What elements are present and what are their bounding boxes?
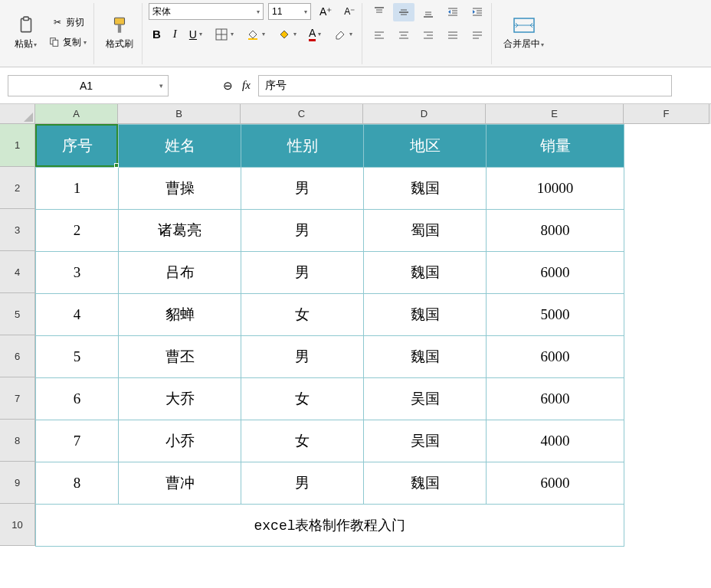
header-name[interactable]: 姓名 bbox=[119, 125, 241, 168]
cell[interactable]: 4 bbox=[36, 294, 119, 336]
cells-area[interactable]: 序号 姓名 性别 地区 销量 1曹操男魏国10000 2诸葛亮男蜀国8000 3… bbox=[35, 124, 624, 547]
cell[interactable]: 男 bbox=[241, 210, 364, 252]
borders-button[interactable]: ▾ bbox=[211, 25, 238, 44]
cell[interactable]: 男 bbox=[241, 336, 364, 378]
cell[interactable]: 曹操 bbox=[119, 168, 241, 210]
cell[interactable]: 6 bbox=[36, 378, 119, 420]
cell[interactable]: 诸葛亮 bbox=[119, 210, 241, 252]
row-header-4[interactable]: 4 bbox=[0, 251, 35, 293]
copy-button[interactable]: 复制▾ bbox=[44, 33, 90, 51]
align-bottom-button[interactable] bbox=[418, 3, 439, 21]
distribute-button[interactable] bbox=[467, 26, 488, 44]
cell[interactable]: 魏国 bbox=[364, 462, 487, 505]
align-right-button[interactable] bbox=[418, 26, 439, 44]
cell[interactable]: 男 bbox=[241, 252, 364, 294]
cell[interactable]: 魏国 bbox=[364, 168, 487, 210]
cell[interactable]: 4000 bbox=[487, 420, 624, 462]
header-sex[interactable]: 性别 bbox=[241, 125, 364, 168]
cell[interactable]: 女 bbox=[241, 378, 364, 420]
footer-cell[interactable]: excel表格制作教程入门 bbox=[36, 505, 624, 547]
table-row: 4貂蝉女魏国5000 bbox=[36, 294, 624, 336]
cell[interactable]: 吴国 bbox=[364, 420, 487, 462]
cell[interactable]: 吕布 bbox=[119, 252, 241, 294]
cell[interactable]: 5 bbox=[36, 336, 119, 378]
clear-format-button[interactable]: ▾ bbox=[329, 25, 356, 44]
cell[interactable]: 大乔 bbox=[119, 378, 241, 420]
fill-color2-button[interactable]: ▾ bbox=[274, 25, 300, 44]
row-header-7[interactable]: 7 bbox=[0, 377, 35, 420]
header-serial[interactable]: 序号 bbox=[36, 125, 119, 168]
cell[interactable]: 2 bbox=[36, 210, 119, 252]
col-header-D[interactable]: D bbox=[363, 104, 486, 124]
cell[interactable]: 女 bbox=[241, 420, 364, 462]
bold-button[interactable]: B bbox=[149, 25, 165, 43]
font-color-button[interactable]: A▾ bbox=[305, 24, 325, 44]
increase-indent-button[interactable] bbox=[467, 3, 488, 21]
clipboard-group: 粘贴▾ ✂ 剪切 复制▾ bbox=[6, 3, 94, 64]
row-header-10[interactable]: 10 bbox=[0, 504, 35, 546]
row-header-9[interactable]: 9 bbox=[0, 462, 35, 504]
row-header-1[interactable]: 1 bbox=[0, 124, 35, 167]
decrease-indent-button[interactable] bbox=[442, 3, 464, 21]
fill-color-button[interactable]: ▾ bbox=[242, 25, 269, 44]
underline-button[interactable]: U▾ bbox=[185, 26, 206, 43]
bold-icon: B bbox=[152, 28, 161, 41]
fx-icon[interactable]: fx bbox=[242, 79, 251, 92]
justify-button[interactable] bbox=[442, 26, 464, 44]
cell[interactable]: 男 bbox=[241, 462, 364, 505]
select-all-corner[interactable] bbox=[0, 104, 35, 124]
align-middle-button[interactable] bbox=[393, 3, 414, 21]
row-header-3[interactable]: 3 bbox=[0, 209, 35, 251]
row-header-6[interactable]: 6 bbox=[0, 335, 35, 377]
format-painter-button[interactable]: 格式刷 bbox=[100, 3, 139, 61]
col-header-C[interactable]: C bbox=[241, 104, 363, 124]
align-center-button[interactable] bbox=[393, 26, 414, 44]
cell[interactable]: 女 bbox=[241, 294, 364, 336]
chevron-down-icon: ▾ bbox=[257, 8, 260, 15]
col-header-A[interactable]: A bbox=[35, 104, 118, 124]
cell[interactable]: 6000 bbox=[487, 462, 624, 505]
cell[interactable]: 蜀国 bbox=[364, 210, 487, 252]
cell[interactable]: 魏国 bbox=[364, 252, 487, 294]
cell[interactable]: 1 bbox=[36, 168, 119, 210]
cell[interactable]: 吴国 bbox=[364, 378, 487, 420]
cell[interactable]: 6000 bbox=[487, 378, 624, 420]
increase-font-button[interactable]: A⁺ bbox=[316, 3, 336, 20]
decrease-font-button[interactable]: A⁻ bbox=[340, 4, 359, 19]
font-name-select[interactable]: 宋体 ▾ bbox=[149, 3, 264, 20]
cell[interactable]: 3 bbox=[36, 252, 119, 294]
name-box[interactable]: A1 ▾ bbox=[8, 75, 169, 96]
row-header-8[interactable]: 8 bbox=[0, 420, 35, 462]
paste-button[interactable]: 粘贴▾ bbox=[9, 3, 42, 61]
cell[interactable]: 6000 bbox=[487, 336, 624, 378]
cell[interactable]: 10000 bbox=[487, 168, 624, 210]
cell[interactable]: 貂蝉 bbox=[119, 294, 241, 336]
col-header-B[interactable]: B bbox=[118, 104, 241, 124]
cell[interactable]: 魏国 bbox=[364, 336, 487, 378]
align-top-button[interactable] bbox=[369, 3, 390, 21]
cut-button[interactable]: ✂ 剪切 bbox=[44, 13, 90, 31]
col-header-F[interactable]: F bbox=[624, 104, 709, 124]
cell[interactable]: 小乔 bbox=[119, 420, 241, 462]
cell[interactable]: 6000 bbox=[487, 252, 624, 294]
italic-button[interactable]: I bbox=[169, 25, 181, 43]
cell[interactable]: 男 bbox=[241, 168, 364, 210]
zoom-out-icon[interactable]: ⊖ bbox=[221, 79, 234, 93]
cell[interactable]: 8000 bbox=[487, 210, 624, 252]
row-header-2[interactable]: 2 bbox=[0, 167, 35, 209]
cell[interactable]: 曹丕 bbox=[119, 336, 241, 378]
merge-center-button[interactable]: 合并居中▾ bbox=[498, 3, 549, 61]
cell[interactable]: 5000 bbox=[487, 294, 624, 336]
header-region[interactable]: 地区 bbox=[364, 125, 487, 168]
increase-indent-icon bbox=[470, 5, 484, 19]
formula-input[interactable]: 序号 bbox=[258, 75, 672, 96]
font-size-select[interactable]: 11 ▾ bbox=[268, 3, 311, 20]
row-header-5[interactable]: 5 bbox=[0, 293, 35, 335]
align-left-button[interactable] bbox=[369, 26, 390, 44]
cell[interactable]: 8 bbox=[36, 462, 119, 505]
cell[interactable]: 魏国 bbox=[364, 294, 487, 336]
col-header-E[interactable]: E bbox=[486, 104, 624, 124]
cell[interactable]: 7 bbox=[36, 420, 119, 462]
cell[interactable]: 曹冲 bbox=[119, 462, 241, 505]
header-sales[interactable]: 销量 bbox=[487, 125, 624, 168]
